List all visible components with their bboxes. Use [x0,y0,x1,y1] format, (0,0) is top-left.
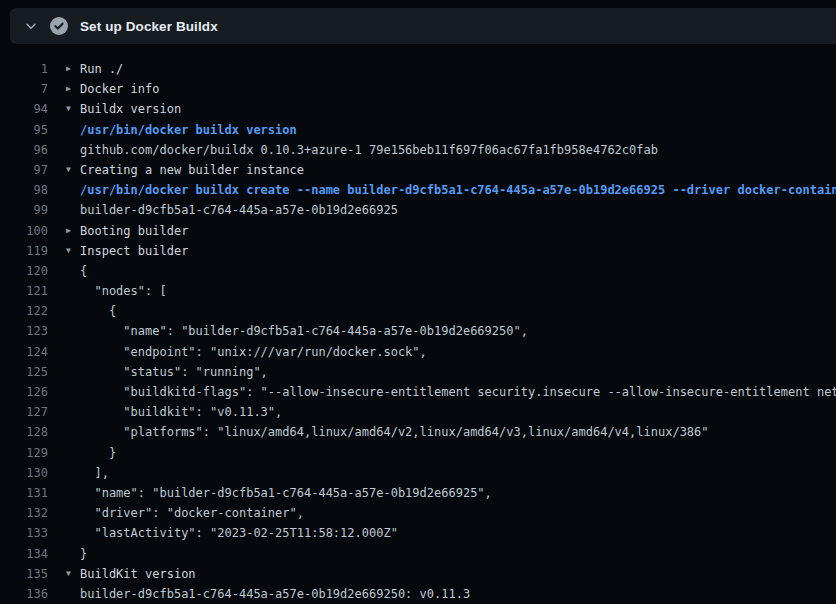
group-title: Buildx version [80,99,181,119]
output-text: "endpoint": "unix:///var/run/docker.sock… [80,342,427,362]
group-title: Docker info [80,79,159,99]
group-title: BuildKit version [80,564,196,584]
log-line-row: 96github.com/docker/buildx 0.10.3+azure-… [0,140,836,160]
line-number[interactable]: 125 [0,362,48,382]
line-number[interactable]: 133 [0,523,48,543]
line-number[interactable]: 97 [0,160,48,180]
line-number[interactable]: 94 [0,99,48,119]
line-number[interactable]: 136 [0,584,48,604]
check-circle-icon [50,17,68,35]
group-title: Creating a new builder instance [80,160,304,180]
output-text: } [80,443,116,463]
line-number[interactable]: 99 [0,200,48,220]
output-text: } [80,544,87,564]
output-text: "buildkitd-flags": "--allow-insecure-ent… [80,382,836,402]
log-line-row: 134} [0,544,836,564]
line-number[interactable]: 100 [0,221,48,241]
log-line-row: 98/usr/bin/docker buildx create --name b… [0,180,836,200]
group-collapsed-icon[interactable]: ▶ [66,79,80,99]
log-line-row: 124 "endpoint": "unix:///var/run/docker.… [0,342,836,362]
output-text: "name": "builder-d9cfb5a1-c764-445a-a57e… [80,321,528,341]
output-text: ], [80,463,109,483]
line-number[interactable]: 95 [0,120,48,140]
line-number[interactable]: 98 [0,180,48,200]
output-text: builder-d9cfb5a1-c764-445a-a57e-0b19d2e6… [80,584,470,604]
command-text: /usr/bin/docker buildx version [80,120,297,140]
log-line-row: 129 } [0,443,836,463]
line-number[interactable]: 1 [0,59,48,79]
line-number[interactable]: 124 [0,342,48,362]
output-text: github.com/docker/buildx 0.10.3+azure-1 … [80,140,658,160]
group-expanded-icon[interactable]: ▼ [66,99,80,119]
group-collapsed-icon[interactable]: ▶ [66,221,80,241]
log-group-row[interactable]: 119▼Inspect builder [0,241,836,261]
log-viewer: 1▶Run ./7▶Docker info94▼Buildx version95… [0,44,836,604]
log-line-row: 132 "driver": "docker-container", [0,503,836,523]
log-line-row: 131 "name": "builder-d9cfb5a1-c764-445a-… [0,483,836,503]
log-group-row[interactable]: 1▶Run ./ [0,59,836,79]
group-collapsed-icon[interactable]: ▶ [66,59,80,79]
line-number[interactable]: 131 [0,483,48,503]
line-number[interactable]: 132 [0,503,48,523]
line-number[interactable]: 119 [0,241,48,261]
log-group-row[interactable]: 97▼Creating a new builder instance [0,160,836,180]
step-title: Set up Docker Buildx [80,19,218,34]
log-line-row: 130 ], [0,463,836,483]
group-title: Inspect builder [80,241,188,261]
log-group-row[interactable]: 135▼BuildKit version [0,564,836,584]
log-line-row: 126 "buildkitd-flags": "--allow-insecure… [0,382,836,402]
line-number[interactable]: 126 [0,382,48,402]
log-group-row[interactable]: 7▶Docker info [0,79,836,99]
line-number[interactable]: 122 [0,301,48,321]
line-number[interactable]: 127 [0,402,48,422]
log-line-row: 123 "name": "builder-d9cfb5a1-c764-445a-… [0,321,836,341]
line-number[interactable]: 129 [0,443,48,463]
line-number[interactable]: 128 [0,422,48,442]
log-line-row: 122 { [0,301,836,321]
line-number[interactable]: 7 [0,79,48,99]
group-expanded-icon[interactable]: ▼ [66,564,80,584]
log-line-row: 128 "platforms": "linux/amd64,linux/amd6… [0,422,836,442]
log-line-row: 136builder-d9cfb5a1-c764-445a-a57e-0b19d… [0,584,836,604]
line-number[interactable]: 130 [0,463,48,483]
log-line-row: 133 "lastActivity": "2023-02-25T11:58:12… [0,523,836,543]
line-number[interactable]: 120 [0,261,48,281]
group-title: Run ./ [80,59,123,79]
output-text: "driver": "docker-container", [80,503,304,523]
output-text: "nodes": [ [80,281,167,301]
line-number[interactable]: 135 [0,564,48,584]
line-number[interactable]: 123 [0,321,48,341]
group-expanded-icon[interactable]: ▼ [66,241,80,261]
group-expanded-icon[interactable]: ▼ [66,160,80,180]
output-text: "status": "running", [80,362,268,382]
log-line-row: 99builder-d9cfb5a1-c764-445a-a57e-0b19d2… [0,200,836,220]
chevron-down-icon[interactable] [18,13,44,39]
group-title: Booting builder [80,221,188,241]
log-line-row: 127 "buildkit": "v0.11.3", [0,402,836,422]
line-number[interactable]: 134 [0,544,48,564]
log-group-row[interactable]: 100▶Booting builder [0,221,836,241]
line-number[interactable]: 96 [0,140,48,160]
output-text: { [80,261,87,281]
output-text: "lastActivity": "2023-02-25T11:58:12.000… [80,523,398,543]
output-text: "platforms": "linux/amd64,linux/amd64/v2… [80,422,709,442]
log-line-row: 121 "nodes": [ [0,281,836,301]
output-text: { [80,301,116,321]
output-text: "name": "builder-d9cfb5a1-c764-445a-a57e… [80,483,492,503]
output-text: builder-d9cfb5a1-c764-445a-a57e-0b19d2e6… [80,200,398,220]
log-line-row: 125 "status": "running", [0,362,836,382]
log-line-row: 120{ [0,261,836,281]
step-header[interactable]: Set up Docker Buildx [10,8,836,44]
log-line-row: 95/usr/bin/docker buildx version [0,120,836,140]
command-text: /usr/bin/docker buildx create --name bui… [80,180,836,200]
output-text: "buildkit": "v0.11.3", [80,402,282,422]
log-group-row[interactable]: 94▼Buildx version [0,99,836,119]
line-number[interactable]: 121 [0,281,48,301]
